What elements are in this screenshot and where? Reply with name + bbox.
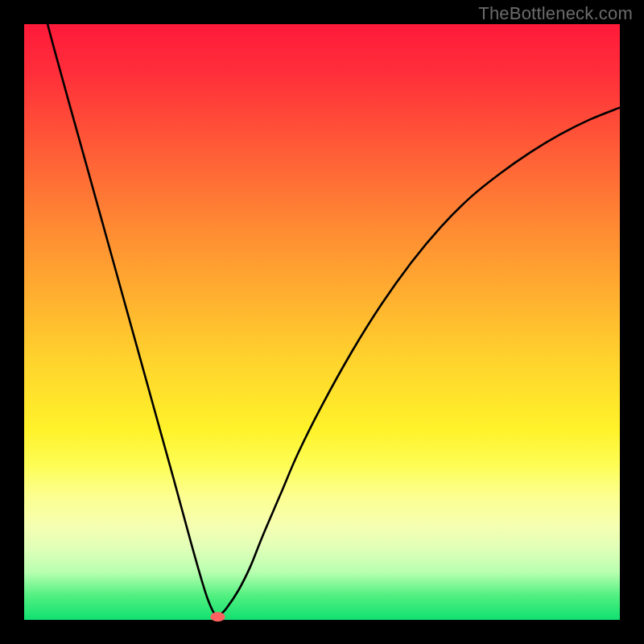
plot-area: [24, 24, 620, 620]
watermark-label: TheBottleneck.com: [478, 3, 633, 24]
chart-frame: TheBottleneck.com: [0, 0, 644, 644]
bottleneck-curve-line: [24, 0, 620, 615]
chart-svg: [24, 24, 620, 620]
optimal-point-marker: [211, 612, 225, 621]
